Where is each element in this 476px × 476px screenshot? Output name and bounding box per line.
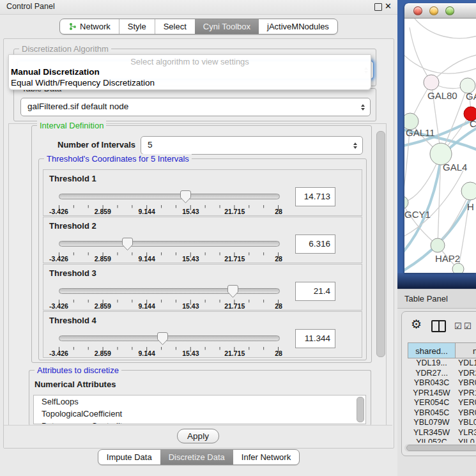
checkbox-icon[interactable]: ☑ (454, 322, 462, 330)
tab-impute-data[interactable]: Impute Data (98, 450, 160, 464)
table-data-combobox[interactable]: galFiltered.sif default node (20, 98, 371, 116)
settings-vertical-scrollbar[interactable] (376, 131, 385, 357)
table-row[interactable]: YLR345WYLR3 (408, 428, 476, 438)
table-cell[interactable]: YDL1 (456, 358, 476, 369)
numerical-attributes-list[interactable]: SelfLoopsTopologicalCoefficientBetweenne… (33, 395, 366, 424)
table-cell[interactable]: YLR345W (408, 428, 456, 438)
threshold-slider[interactable]: -3.4262.8599.14415.4321.71528 (59, 238, 279, 262)
attribute-list-item[interactable]: BetweennessCentrality (34, 420, 365, 424)
zoom-traffic-light-icon[interactable] (445, 6, 454, 15)
slider-handle-icon[interactable] (227, 285, 238, 298)
table-cell[interactable]: YBL0 (456, 418, 476, 428)
discretization-algorithm-group-title: Discretization Algorithm (19, 44, 111, 54)
right-region: GAL80GACGAL11GAL4HGCY1HAP2 Table Panel ⚙… (397, 0, 476, 476)
slider-scale-label: 2.859 (95, 208, 111, 215)
tab-select[interactable]: Select (155, 19, 195, 34)
apply-button[interactable]: Apply (177, 429, 219, 443)
split-columns-icon[interactable] (431, 320, 446, 332)
table-cell[interactable]: YPR1 (456, 388, 476, 399)
numerical-attributes-label: Numerical Attributes (35, 380, 116, 389)
tab-jactivemnodules[interactable]: jActiveMNodules (259, 19, 337, 34)
table-cell[interactable]: YDR27... (408, 369, 456, 379)
close-window-icon[interactable]: ✕ (385, 1, 392, 11)
table-row[interactable]: YBR043CYBR0 (408, 378, 476, 388)
table-cell[interactable]: YER0 (456, 398, 476, 408)
tab-network[interactable]: Network (60, 19, 119, 34)
node-attribute-table: shared... n YDL19...YDL1YDR27...YDR2YBR0… (408, 342, 476, 443)
tab-style[interactable]: Style (119, 19, 155, 34)
slider-scale-label: 28 (275, 255, 282, 263)
number-of-intervals-combobox[interactable]: 5 (141, 136, 363, 155)
close-traffic-light-icon[interactable] (413, 6, 422, 15)
thresholds-group-title: Threshold's Coordinates for 5 Intervals (44, 154, 192, 164)
threshold-panel: Threshold 1-3.4262.8599.14415.4321.71528… (43, 169, 362, 216)
table-row[interactable]: YDL19...YDL1 (408, 358, 476, 369)
network-node[interactable] (461, 182, 476, 200)
network-node[interactable] (452, 263, 464, 273)
algorithm-dropdown-popup: Select algorithm to view settings Manual… (8, 54, 371, 90)
table-row[interactable]: YBL079WYBL0 (408, 418, 476, 428)
table-cell[interactable]: YER054C (408, 398, 456, 408)
tab-discretize-data[interactable]: Discretize Data (160, 450, 233, 464)
slider-scale-label: 9.144 (138, 208, 155, 215)
attribute-list-item[interactable]: SelfLoops (34, 395, 365, 408)
network-node[interactable] (404, 196, 408, 209)
table-cell[interactable]: YPR145W (408, 388, 456, 399)
table-cell[interactable]: YBL079W (408, 418, 456, 428)
minimize-traffic-light-icon[interactable] (429, 6, 438, 15)
slider-ticks (59, 249, 279, 261)
algorithm-option-equal-width[interactable]: Equal Width/Frequency Discretization (9, 77, 371, 88)
table-horizontal-scrollbar-thumb[interactable] (406, 445, 476, 451)
network-window-bottom-edge (397, 273, 476, 289)
gear-icon[interactable]: ⚙ (411, 318, 422, 330)
network-canvas[interactable]: GAL80GACGAL11GAL4HGCY1HAP2 (404, 19, 476, 273)
restore-window-icon[interactable] (374, 3, 382, 11)
table-cell[interactable]: YIL0 (456, 438, 476, 443)
table-cell[interactable]: YIL052C (408, 438, 456, 443)
table-data-value: galFiltered.sif default node (27, 98, 128, 115)
table-cell[interactable]: YBR0 (456, 378, 476, 388)
table-row[interactable]: YIL052CYIL0 (408, 438, 476, 443)
slider-handle-icon[interactable] (157, 332, 168, 345)
tab-infer-network[interactable]: Infer Network (233, 450, 299, 464)
column-header-shared[interactable]: shared... (408, 342, 456, 358)
slider-track[interactable] (59, 241, 280, 247)
threshold-slider[interactable]: -3.4262.8599.14415.4321.71528 (59, 332, 279, 357)
threshold-slider[interactable]: -3.4262.8599.14415.4321.71528 (59, 285, 279, 309)
threshold-value-field[interactable]: 14.713 (295, 187, 335, 206)
table-cell[interactable]: YDR2 (456, 369, 476, 379)
slider-track[interactable] (59, 194, 280, 199)
table-cell[interactable]: YBR045C (408, 408, 456, 418)
table-cell[interactable]: YLR3 (456, 428, 476, 438)
column-header-name[interactable]: n (456, 342, 476, 358)
slider-track[interactable] (59, 288, 280, 294)
table-row[interactable]: YPR145WYPR1 (408, 388, 476, 399)
threshold-value-field[interactable]: 21.4 (295, 282, 335, 301)
threshold-value-field[interactable]: 11.344 (295, 329, 335, 348)
network-node[interactable] (431, 238, 445, 252)
threshold-value-field[interactable]: 6.316 (295, 234, 335, 254)
slider-handle-icon[interactable] (122, 238, 133, 250)
algorithm-option-manual[interactable]: Manual Discretization (9, 66, 371, 77)
slider-scale-label: -3.426 (49, 208, 68, 215)
slider-scale-label: 2.859 (95, 302, 111, 310)
table-cell[interactable]: YBR0 (456, 408, 476, 418)
slider-track[interactable] (59, 335, 280, 341)
table-row[interactable]: YBR045CYBR0 (408, 408, 476, 418)
table-row[interactable]: YER054CYER0 (408, 398, 476, 408)
table-cell[interactable]: YDL19... (408, 358, 456, 369)
slider-scale-label: 15.43 (182, 302, 199, 310)
table-row[interactable]: YDR27...YDR2 (408, 369, 476, 379)
attributes-scrollbar[interactable] (357, 397, 364, 422)
checkbox-icon[interactable]: ☑ (464, 322, 472, 330)
threshold-slider[interactable]: -3.4262.8599.14415.4321.71528 (59, 190, 279, 215)
table-horizontal-scrollbar[interactable] (404, 444, 476, 452)
attribute-list-item[interactable]: TopologicalCoefficient (34, 408, 365, 420)
network-node-label: GAL80 (427, 90, 457, 101)
table-cell[interactable]: YBR043C (408, 378, 456, 388)
network-node[interactable] (424, 75, 439, 90)
slider-handle-icon[interactable] (180, 190, 191, 203)
tab-cyni-toolbox[interactable]: Cyni Toolbox (195, 19, 259, 34)
slider-scale-label: 9.144 (138, 349, 155, 357)
slider-scale-label: 21.715 (224, 255, 245, 263)
